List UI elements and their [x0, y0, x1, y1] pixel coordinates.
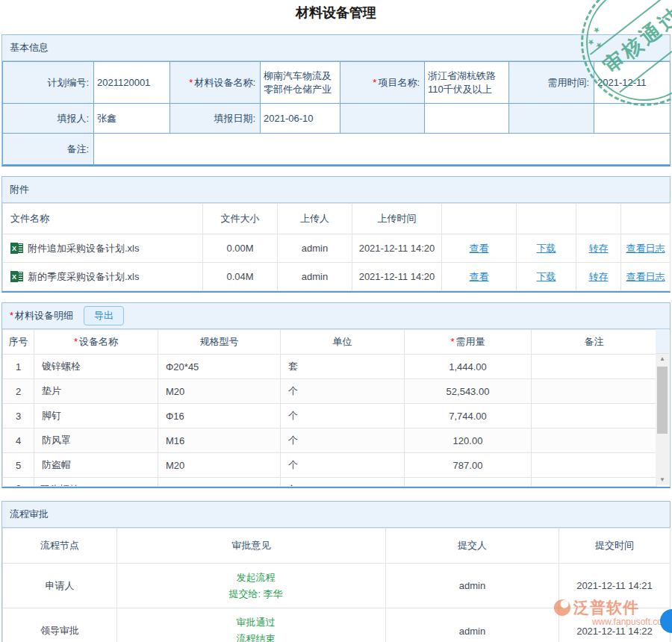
seq: 5: [3, 453, 34, 478]
scroll-up-icon[interactable]: ▲: [656, 354, 669, 364]
approval-opinion: 审批通过 流程结束: [117, 608, 386, 642]
equipment-name: 防风罩: [34, 428, 158, 453]
filler-label: 填报人:: [3, 104, 94, 134]
project-name-value: 浙江省湖杭铁路110千伏及以上: [425, 62, 509, 104]
fill-date-value: 2021-06-10: [261, 104, 340, 134]
basic-info-section: 基本信息 计划编号: 2021120001 *材料设备名称: 柳南汽车物流及零部…: [1, 34, 671, 166]
remark: [532, 428, 657, 453]
submitter: admin: [386, 608, 559, 642]
detail-row: 5 防盗帽 M20 个 787.00: [3, 453, 657, 478]
details-section-header: *材料设备明细 导出: [2, 303, 670, 329]
spec-model: M20: [158, 379, 281, 404]
required-marker: *: [189, 77, 193, 88]
unit: 套: [281, 355, 405, 379]
approval-section-title: 流程审批: [2, 502, 670, 528]
col-unit: 单位: [281, 330, 405, 355]
scrollbar-thumb[interactable]: [657, 367, 668, 434]
plan-no-value: 2021120001: [94, 62, 170, 104]
scroll-down-icon[interactable]: ▼: [656, 475, 669, 485]
approval-section: 流程审批 流程节点 审批意见 提交人 提交时间 申请人 发起流程 提交给: 李华…: [1, 501, 671, 642]
col-equipment-name: *设备名称: [34, 330, 158, 355]
col-action: [442, 204, 517, 234]
page: { "title": "材料设备管理", "marks": { "require…: [0, 0, 672, 642]
view-link[interactable]: 查看: [470, 271, 489, 282]
attachments-table: 文件名称 文件大小 上传人 上传时间 X附件追加采购设备计划.xls 0.00M…: [2, 203, 671, 291]
scrollbar-header-strip: [656, 329, 669, 354]
project-name-label: *项目名称:: [340, 62, 425, 104]
col-action: [576, 204, 621, 234]
seq: 3: [3, 404, 34, 428]
required-marker: *: [450, 336, 454, 347]
empty-value-cell: [594, 104, 671, 134]
excel-file-icon: X: [10, 243, 23, 254]
remark: [532, 478, 657, 487]
detail-row: 1 镀锌螺栓 Φ20*45 套 1,444.00: [3, 355, 657, 379]
submit-time: 2021-12-11 14:22: [559, 608, 671, 642]
need-time-value: 2021-12-11: [594, 62, 671, 104]
seq: 4: [3, 428, 34, 453]
col-seq: 序号: [3, 330, 34, 355]
basic-info-section-title: 基本信息: [2, 35, 670, 61]
col-action: [621, 204, 671, 234]
view-link[interactable]: 查看: [470, 243, 489, 254]
attachments-section-title: 附件: [2, 177, 670, 203]
col-submit-time: 提交时间: [559, 529, 671, 564]
col-file-name: 文件名称: [3, 204, 203, 234]
col-upload-time: 上传时间: [352, 204, 442, 234]
required-qty: 120.00: [405, 428, 532, 453]
material-name-value: 柳南汽车物流及零部件仓储产业: [261, 62, 340, 104]
attachment-row: X新的季度采购设备计划.xls 0.04M admin 2021-12-11 1…: [3, 263, 671, 291]
col-action: [517, 204, 576, 234]
equipment-name: 镀锌螺栓: [34, 355, 158, 379]
spec-model: [158, 478, 281, 487]
seq: 2: [3, 379, 34, 404]
save-as-link[interactable]: 转存: [589, 243, 609, 254]
remark: [532, 404, 657, 428]
scrollbar-track[interactable]: ▲ ▼: [656, 354, 669, 485]
unit: 个: [281, 453, 405, 478]
details-scrollbar: ▲ ▼: [656, 329, 669, 485]
attachments-section: 附件 文件名称 文件大小 上传人 上传时间 X附件追加采购设备计划.xls 0.…: [1, 176, 671, 293]
remark-label: 备注:: [3, 134, 94, 165]
col-submitter: 提交人: [386, 529, 559, 564]
page-title: 材料设备管理: [0, 4, 672, 22]
view-log-link[interactable]: 查看日志: [626, 271, 665, 282]
file-name: 新的季度采购设备计划.xls: [28, 270, 140, 284]
view-log-link[interactable]: 查看日志: [626, 243, 665, 254]
required-qty: 52,543.00: [405, 379, 532, 404]
spec-model: M16: [158, 428, 281, 453]
approval-row: 领导审批 审批通过 流程结束 admin 2021-12-11 14:22: [3, 608, 671, 642]
save-as-link[interactable]: 转存: [589, 271, 609, 282]
fill-date-label: 填报日期:: [170, 104, 261, 134]
basic-info-table: 计划编号: 2021120001 *材料设备名称: 柳南汽车物流及零部件仓储产业…: [2, 61, 671, 165]
excel-file-icon: X: [10, 271, 23, 282]
empty-label-cell: [509, 104, 594, 134]
approval-row: 申请人 发起流程 提交给: 李华 admin 2021-12-11 14:21: [3, 564, 671, 608]
filler-value: 张鑫: [94, 104, 170, 134]
plan-no-label: 计划编号:: [3, 62, 94, 104]
file-uploader: admin: [278, 263, 352, 291]
remark: [532, 453, 657, 478]
process-node: 申请人: [3, 564, 117, 608]
download-link[interactable]: 下载: [537, 271, 556, 282]
col-file-size: 文件大小: [203, 204, 278, 234]
col-uploader: 上传人: [278, 204, 352, 234]
file-size: 0.04M: [203, 263, 278, 291]
approval-table: 流程节点 审批意见 提交人 提交时间 申请人 发起流程 提交给: 李华 admi…: [2, 528, 671, 642]
spec-model: M20: [158, 453, 281, 478]
process-node: 领导审批: [3, 608, 117, 642]
equipment-name: 脚钉: [34, 404, 158, 428]
unit: 个: [281, 478, 405, 487]
required-marker: *: [74, 336, 78, 347]
required-qty: 787.00: [405, 453, 532, 478]
export-button[interactable]: 导出: [84, 306, 124, 325]
required-qty: 7,744.00: [405, 404, 532, 428]
remark: [532, 379, 657, 404]
details-section: *材料设备明细 导出 序号 *设备名称 规格型号 单位 *需用量 备注 1 镀锌…: [1, 302, 671, 488]
approval-opinion: 发起流程 提交给: 李华: [117, 564, 386, 608]
required-qty: [405, 478, 532, 487]
download-link[interactable]: 下载: [537, 243, 556, 254]
required-marker: *: [10, 310, 13, 321]
required-qty: 1,444.00: [405, 355, 532, 379]
detail-row: 2 垫片 M20 个 52,543.00: [3, 379, 657, 404]
